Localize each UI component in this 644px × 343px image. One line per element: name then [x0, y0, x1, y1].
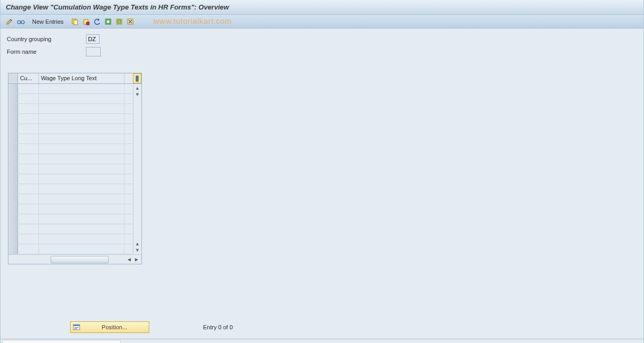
cell-wagetype[interactable]: [39, 244, 125, 254]
cell-cu[interactable]: [18, 134, 39, 144]
table-row[interactable]: [8, 164, 141, 174]
scroll-right-icon[interactable]: ►: [133, 256, 140, 262]
horizontal-scrollbar[interactable]: ◄ ►: [8, 254, 141, 264]
select-all-icon[interactable]: [103, 17, 113, 26]
country-grouping-input[interactable]: [86, 34, 100, 44]
row-selector[interactable]: [8, 204, 18, 214]
position-button[interactable]: Position...: [70, 321, 149, 333]
undo-icon[interactable]: [92, 17, 102, 26]
cell-wagetype[interactable]: [39, 114, 125, 123]
table-col-cu[interactable]: Cu...: [18, 73, 39, 83]
table-row[interactable]: [8, 174, 141, 184]
cell-cu[interactable]: [18, 224, 39, 234]
row-selector[interactable]: [8, 124, 18, 134]
svg-rect-14: [136, 76, 138, 81]
table-row[interactable]: [8, 194, 141, 204]
table-row[interactable]: [8, 154, 141, 164]
vertical-scrollbar[interactable]: ▲ ▼ ▲ ▼: [133, 84, 141, 254]
cell-wagetype[interactable]: [39, 234, 125, 244]
cell-wagetype[interactable]: [39, 224, 125, 234]
select-block-icon[interactable]: [114, 17, 124, 26]
change-icon[interactable]: [5, 17, 14, 26]
cell-wagetype[interactable]: [39, 194, 125, 204]
table-col-wagetype[interactable]: Wage Type Long Text: [39, 73, 125, 83]
cell-wagetype[interactable]: [39, 94, 125, 103]
row-selector[interactable]: [8, 244, 18, 254]
deselect-all-icon[interactable]: [126, 17, 135, 26]
cell-wagetype[interactable]: [39, 124, 125, 134]
cell-cu[interactable]: [18, 114, 39, 123]
cell-cu[interactable]: [18, 184, 39, 194]
country-grouping-label: Country grouping: [7, 36, 86, 42]
row-selector[interactable]: [8, 94, 18, 103]
svg-rect-17: [73, 325, 80, 326]
cell-cu[interactable]: [18, 84, 39, 93]
table-row[interactable]: [8, 234, 141, 244]
table-row[interactable]: [8, 244, 141, 254]
cell-cu[interactable]: [18, 104, 39, 113]
cell-cu[interactable]: [18, 234, 39, 244]
row-selector[interactable]: [8, 174, 18, 184]
cell-cu[interactable]: [18, 244, 39, 254]
cell-wagetype[interactable]: [39, 204, 125, 214]
table-row[interactable]: [8, 84, 141, 94]
scroll-left-icon[interactable]: ◄: [126, 256, 133, 262]
table-row[interactable]: [8, 94, 141, 104]
cell-cu[interactable]: [18, 144, 39, 154]
new-entries-button[interactable]: New Entries: [29, 17, 66, 26]
hscroll-track[interactable]: [18, 256, 126, 263]
scroll-down-icon[interactable]: ▼: [135, 247, 140, 253]
scroll-down-small-icon[interactable]: ▼: [135, 91, 140, 98]
svg-point-0: [17, 21, 21, 24]
table-row[interactable]: [8, 204, 141, 214]
cell-cu[interactable]: [18, 154, 39, 164]
scroll-up-small-icon[interactable]: ▲: [135, 241, 140, 247]
form-name-input[interactable]: [86, 47, 101, 56]
row-selector[interactable]: [8, 184, 18, 194]
row-selector[interactable]: [8, 134, 18, 144]
cell-wagetype[interactable]: [39, 134, 125, 144]
cell-cu[interactable]: [18, 204, 39, 214]
cell-wagetype[interactable]: [39, 144, 125, 154]
copy-icon[interactable]: [70, 17, 80, 26]
glasses-icon[interactable]: [16, 17, 25, 26]
delete-icon[interactable]: [81, 17, 91, 26]
hscroll-thumb[interactable]: [51, 256, 109, 263]
cell-wagetype[interactable]: [39, 184, 125, 194]
scroll-up-icon[interactable]: ▲: [135, 85, 140, 91]
cell-cu[interactable]: [18, 194, 39, 204]
cell-cu[interactable]: [18, 94, 39, 103]
table-row[interactable]: [8, 214, 141, 224]
row-selector[interactable]: [8, 164, 18, 174]
table-row[interactable]: [8, 114, 141, 124]
cell-cu[interactable]: [18, 124, 39, 134]
cell-wagetype[interactable]: [39, 164, 125, 174]
row-selector[interactable]: [8, 104, 18, 113]
row-selector[interactable]: [8, 224, 18, 234]
row-selector[interactable]: [8, 114, 18, 123]
bottom-tab[interactable]: [2, 340, 121, 343]
table-row[interactable]: [8, 144, 141, 154]
cell-cu[interactable]: [18, 164, 39, 174]
position-button-label: Position...: [102, 324, 127, 330]
row-selector[interactable]: [8, 144, 18, 154]
cell-cu[interactable]: [18, 174, 39, 184]
table-row[interactable]: [8, 104, 141, 114]
table-row[interactable]: [8, 134, 141, 144]
cell-cu[interactable]: [18, 214, 39, 224]
cell-wagetype[interactable]: [39, 214, 125, 224]
row-selector[interactable]: [8, 154, 18, 164]
row-selector[interactable]: [8, 214, 18, 224]
cell-wagetype[interactable]: [39, 154, 125, 164]
table-select-all-header[interactable]: [8, 73, 18, 83]
cell-wagetype[interactable]: [39, 104, 125, 113]
row-selector[interactable]: [8, 194, 18, 204]
cell-wagetype[interactable]: [39, 174, 125, 184]
table-row[interactable]: [8, 184, 141, 194]
table-row[interactable]: [8, 124, 141, 134]
row-selector[interactable]: [8, 84, 18, 93]
table-row[interactable]: [8, 224, 141, 234]
table-config-icon[interactable]: [133, 73, 141, 83]
row-selector[interactable]: [8, 234, 18, 244]
cell-wagetype[interactable]: [39, 84, 125, 93]
